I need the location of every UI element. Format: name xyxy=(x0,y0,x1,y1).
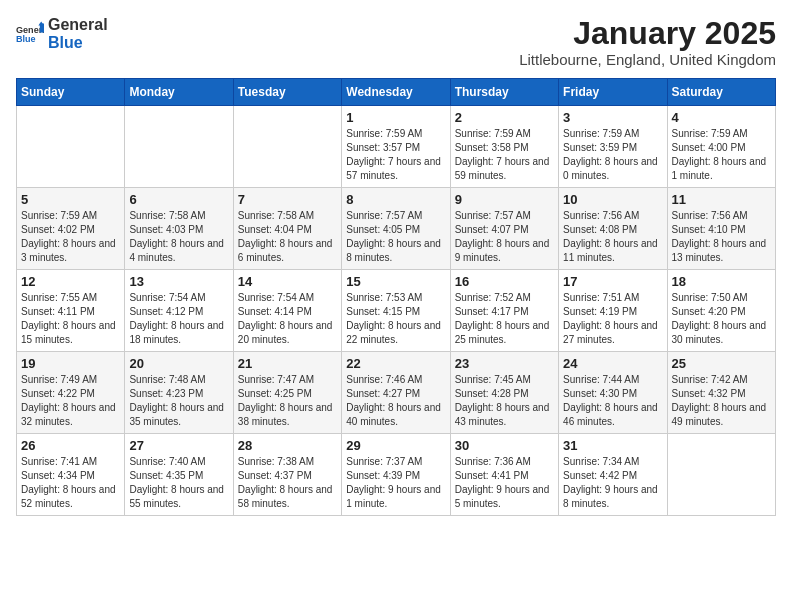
calendar-cell: 15Sunrise: 7:53 AM Sunset: 4:15 PM Dayli… xyxy=(342,270,450,352)
day-number: 1 xyxy=(346,110,445,125)
day-number: 21 xyxy=(238,356,337,371)
day-info: Sunrise: 7:59 AM Sunset: 3:58 PM Dayligh… xyxy=(455,127,554,183)
day-info: Sunrise: 7:59 AM Sunset: 3:57 PM Dayligh… xyxy=(346,127,445,183)
day-number: 26 xyxy=(21,438,120,453)
weekday-header-monday: Monday xyxy=(125,79,233,106)
day-number: 15 xyxy=(346,274,445,289)
day-info: Sunrise: 7:48 AM Sunset: 4:23 PM Dayligh… xyxy=(129,373,228,429)
calendar-cell: 6Sunrise: 7:58 AM Sunset: 4:03 PM Daylig… xyxy=(125,188,233,270)
logo-general-text: General xyxy=(48,16,108,34)
week-row-1: 1Sunrise: 7:59 AM Sunset: 3:57 PM Daylig… xyxy=(17,106,776,188)
weekday-header-thursday: Thursday xyxy=(450,79,558,106)
day-number: 29 xyxy=(346,438,445,453)
weekday-header-saturday: Saturday xyxy=(667,79,775,106)
calendar-cell: 26Sunrise: 7:41 AM Sunset: 4:34 PM Dayli… xyxy=(17,434,125,516)
week-row-2: 5Sunrise: 7:59 AM Sunset: 4:02 PM Daylig… xyxy=(17,188,776,270)
day-info: Sunrise: 7:58 AM Sunset: 4:04 PM Dayligh… xyxy=(238,209,337,265)
calendar-cell xyxy=(125,106,233,188)
day-info: Sunrise: 7:59 AM Sunset: 4:02 PM Dayligh… xyxy=(21,209,120,265)
day-info: Sunrise: 7:57 AM Sunset: 4:07 PM Dayligh… xyxy=(455,209,554,265)
calendar-subtitle: Littlebourne, England, United Kingdom xyxy=(519,51,776,68)
day-info: Sunrise: 7:42 AM Sunset: 4:32 PM Dayligh… xyxy=(672,373,771,429)
calendar-cell: 27Sunrise: 7:40 AM Sunset: 4:35 PM Dayli… xyxy=(125,434,233,516)
day-number: 19 xyxy=(21,356,120,371)
day-number: 18 xyxy=(672,274,771,289)
calendar-cell: 20Sunrise: 7:48 AM Sunset: 4:23 PM Dayli… xyxy=(125,352,233,434)
logo: General Blue General Blue xyxy=(16,16,108,51)
weekday-header-tuesday: Tuesday xyxy=(233,79,341,106)
weekday-header-friday: Friday xyxy=(559,79,667,106)
day-number: 27 xyxy=(129,438,228,453)
day-info: Sunrise: 7:56 AM Sunset: 4:10 PM Dayligh… xyxy=(672,209,771,265)
week-row-4: 19Sunrise: 7:49 AM Sunset: 4:22 PM Dayli… xyxy=(17,352,776,434)
calendar-cell: 19Sunrise: 7:49 AM Sunset: 4:22 PM Dayli… xyxy=(17,352,125,434)
day-number: 17 xyxy=(563,274,662,289)
calendar-cell: 4Sunrise: 7:59 AM Sunset: 4:00 PM Daylig… xyxy=(667,106,775,188)
calendar-table: SundayMondayTuesdayWednesdayThursdayFrid… xyxy=(16,78,776,516)
calendar-cell: 12Sunrise: 7:55 AM Sunset: 4:11 PM Dayli… xyxy=(17,270,125,352)
day-number: 8 xyxy=(346,192,445,207)
day-info: Sunrise: 7:59 AM Sunset: 4:00 PM Dayligh… xyxy=(672,127,771,183)
day-info: Sunrise: 7:46 AM Sunset: 4:27 PM Dayligh… xyxy=(346,373,445,429)
calendar-cell: 7Sunrise: 7:58 AM Sunset: 4:04 PM Daylig… xyxy=(233,188,341,270)
calendar-cell: 1Sunrise: 7:59 AM Sunset: 3:57 PM Daylig… xyxy=(342,106,450,188)
day-info: Sunrise: 7:38 AM Sunset: 4:37 PM Dayligh… xyxy=(238,455,337,511)
calendar-cell xyxy=(233,106,341,188)
day-number: 10 xyxy=(563,192,662,207)
calendar-cell: 5Sunrise: 7:59 AM Sunset: 4:02 PM Daylig… xyxy=(17,188,125,270)
calendar-cell: 22Sunrise: 7:46 AM Sunset: 4:27 PM Dayli… xyxy=(342,352,450,434)
day-info: Sunrise: 7:47 AM Sunset: 4:25 PM Dayligh… xyxy=(238,373,337,429)
calendar-cell: 10Sunrise: 7:56 AM Sunset: 4:08 PM Dayli… xyxy=(559,188,667,270)
logo-icon: General Blue xyxy=(16,20,44,48)
day-number: 31 xyxy=(563,438,662,453)
calendar-cell: 8Sunrise: 7:57 AM Sunset: 4:05 PM Daylig… xyxy=(342,188,450,270)
day-info: Sunrise: 7:51 AM Sunset: 4:19 PM Dayligh… xyxy=(563,291,662,347)
svg-text:Blue: Blue xyxy=(16,34,36,44)
calendar-cell xyxy=(667,434,775,516)
calendar-cell: 16Sunrise: 7:52 AM Sunset: 4:17 PM Dayli… xyxy=(450,270,558,352)
calendar-cell: 21Sunrise: 7:47 AM Sunset: 4:25 PM Dayli… xyxy=(233,352,341,434)
day-number: 7 xyxy=(238,192,337,207)
calendar-cell: 3Sunrise: 7:59 AM Sunset: 3:59 PM Daylig… xyxy=(559,106,667,188)
calendar-cell: 24Sunrise: 7:44 AM Sunset: 4:30 PM Dayli… xyxy=(559,352,667,434)
day-number: 5 xyxy=(21,192,120,207)
calendar-cell: 28Sunrise: 7:38 AM Sunset: 4:37 PM Dayli… xyxy=(233,434,341,516)
day-number: 22 xyxy=(346,356,445,371)
calendar-cell: 2Sunrise: 7:59 AM Sunset: 3:58 PM Daylig… xyxy=(450,106,558,188)
day-info: Sunrise: 7:56 AM Sunset: 4:08 PM Dayligh… xyxy=(563,209,662,265)
day-info: Sunrise: 7:53 AM Sunset: 4:15 PM Dayligh… xyxy=(346,291,445,347)
day-info: Sunrise: 7:52 AM Sunset: 4:17 PM Dayligh… xyxy=(455,291,554,347)
week-row-3: 12Sunrise: 7:55 AM Sunset: 4:11 PM Dayli… xyxy=(17,270,776,352)
day-info: Sunrise: 7:41 AM Sunset: 4:34 PM Dayligh… xyxy=(21,455,120,511)
day-number: 13 xyxy=(129,274,228,289)
day-info: Sunrise: 7:40 AM Sunset: 4:35 PM Dayligh… xyxy=(129,455,228,511)
day-info: Sunrise: 7:57 AM Sunset: 4:05 PM Dayligh… xyxy=(346,209,445,265)
calendar-title: January 2025 xyxy=(519,16,776,51)
day-number: 16 xyxy=(455,274,554,289)
calendar-cell: 29Sunrise: 7:37 AM Sunset: 4:39 PM Dayli… xyxy=(342,434,450,516)
day-number: 9 xyxy=(455,192,554,207)
calendar-cell: 23Sunrise: 7:45 AM Sunset: 4:28 PM Dayli… xyxy=(450,352,558,434)
header: General Blue General Blue January 2025 L… xyxy=(16,16,776,68)
title-area: January 2025 Littlebourne, England, Unit… xyxy=(519,16,776,68)
day-number: 6 xyxy=(129,192,228,207)
day-info: Sunrise: 7:58 AM Sunset: 4:03 PM Dayligh… xyxy=(129,209,228,265)
day-number: 23 xyxy=(455,356,554,371)
day-info: Sunrise: 7:54 AM Sunset: 4:14 PM Dayligh… xyxy=(238,291,337,347)
day-number: 24 xyxy=(563,356,662,371)
day-number: 11 xyxy=(672,192,771,207)
day-info: Sunrise: 7:54 AM Sunset: 4:12 PM Dayligh… xyxy=(129,291,228,347)
day-number: 3 xyxy=(563,110,662,125)
calendar-cell: 14Sunrise: 7:54 AM Sunset: 4:14 PM Dayli… xyxy=(233,270,341,352)
weekday-header-sunday: Sunday xyxy=(17,79,125,106)
calendar-cell: 30Sunrise: 7:36 AM Sunset: 4:41 PM Dayli… xyxy=(450,434,558,516)
calendar-cell: 31Sunrise: 7:34 AM Sunset: 4:42 PM Dayli… xyxy=(559,434,667,516)
day-number: 20 xyxy=(129,356,228,371)
day-number: 28 xyxy=(238,438,337,453)
week-row-5: 26Sunrise: 7:41 AM Sunset: 4:34 PM Dayli… xyxy=(17,434,776,516)
calendar-cell: 17Sunrise: 7:51 AM Sunset: 4:19 PM Dayli… xyxy=(559,270,667,352)
weekday-header-row: SundayMondayTuesdayWednesdayThursdayFrid… xyxy=(17,79,776,106)
calendar-cell: 18Sunrise: 7:50 AM Sunset: 4:20 PM Dayli… xyxy=(667,270,775,352)
day-number: 4 xyxy=(672,110,771,125)
weekday-header-wednesday: Wednesday xyxy=(342,79,450,106)
